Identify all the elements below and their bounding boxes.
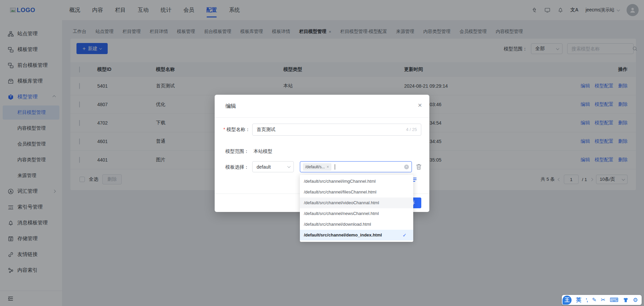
input-method-bar: 王 英 <box>562 295 642 305</box>
ime-logo[interactable]: 王 <box>562 296 572 305</box>
tag-label: /default/s... <box>305 165 325 169</box>
option-label: /default/src/channel/demo_index.html <box>304 230 382 241</box>
ime-language-mode[interactable]: 英 <box>576 297 581 304</box>
scissors-icon[interactable] <box>601 297 605 303</box>
dropdown-option-hovered[interactable]: /default/src/channel/videoChannal.html <box>300 198 413 208</box>
punctuation-icon[interactable] <box>586 297 588 303</box>
dropdown-option[interactable]: /default/src/channel/filesChannel.html <box>300 187 413 198</box>
model-name-input[interactable] <box>257 127 404 132</box>
dropdown-option-selected[interactable]: /default/src/channel/demo_index.html <box>300 230 413 241</box>
check-icon <box>402 230 407 241</box>
trash-icon[interactable] <box>416 164 422 170</box>
text-caret <box>335 164 335 170</box>
dropdown-option[interactable]: /default/src/channel/newsChannel.html <box>300 208 413 219</box>
skin-icon[interactable] <box>623 298 629 303</box>
template-select-label: 模板选择： <box>225 164 249 170</box>
selected-template-tag: /default/s... <box>303 163 331 171</box>
gear-icon[interactable] <box>633 297 638 303</box>
model-name-field: 4 / 25 <box>252 124 421 136</box>
chevron-down-icon <box>287 165 291 168</box>
dialog-title: 编辑 <box>225 103 236 110</box>
model-scope-label: 模型范围： <box>225 148 249 155</box>
dropdown-option[interactable]: /default/src/channel/download.html <box>300 219 413 230</box>
dropdown-option[interactable]: /default/src/channel/imgChannel.html <box>300 176 413 187</box>
template-group-value: default <box>257 164 271 170</box>
template-file-multiselect[interactable]: /default/s... <box>300 161 412 172</box>
dialog-header: 编辑 <box>215 95 429 118</box>
template-group-select[interactable]: default <box>252 161 294 172</box>
close-dialog-icon[interactable] <box>418 101 422 108</box>
handwriting-icon[interactable] <box>592 297 596 303</box>
remove-tag-icon[interactable] <box>327 165 329 169</box>
keyboard-icon[interactable] <box>610 297 619 303</box>
model-scope-value: 本站模型 <box>254 148 272 155</box>
clear-selection-icon[interactable] <box>404 165 409 169</box>
char-counter: 4 / 25 <box>406 127 417 132</box>
template-file-dropdown: /default/src/channel/imgChannel.html /de… <box>300 175 413 242</box>
model-name-label: 模型名称： <box>223 127 250 133</box>
